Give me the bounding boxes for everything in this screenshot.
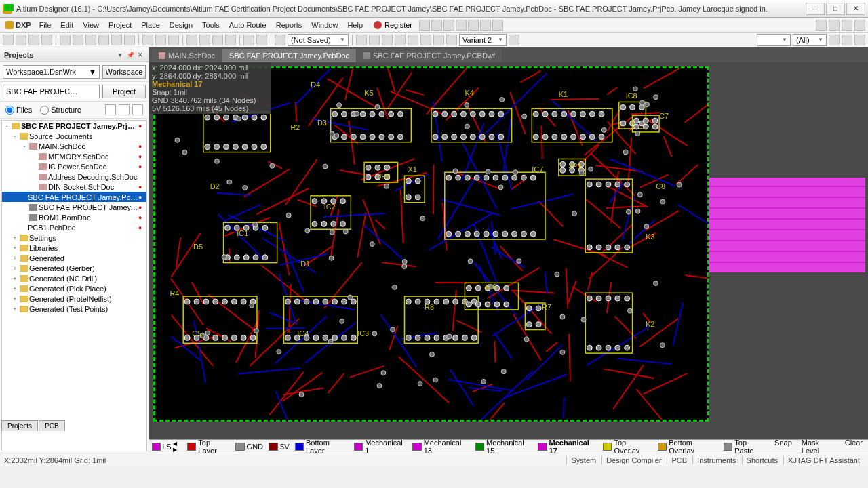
tool-icon[interactable] <box>419 20 430 30</box>
project-field[interactable]: SBC FAE PROJECT Jamey.PrjPcb <box>3 85 100 98</box>
panel-menu-icon[interactable]: ▾ <box>116 51 124 59</box>
move-icon[interactable] <box>199 35 210 45</box>
tool-icon[interactable] <box>395 35 406 45</box>
menu-file[interactable]: File <box>35 21 56 29</box>
forward-icon[interactable] <box>842 20 852 30</box>
status-panel-button[interactable]: Shortcuts <box>742 456 782 464</box>
tree-item[interactable]: +Generated (Test Points) <box>2 304 146 314</box>
tool-icon[interactable] <box>492 20 503 30</box>
layer-tab[interactable]: GND <box>235 443 263 451</box>
menu-reports[interactable]: Reports <box>272 21 307 29</box>
opts-icon[interactable] <box>132 104 143 115</box>
tool-icon[interactable] <box>60 35 71 45</box>
project-tree[interactable]: -SBC FAE PROJECT Jamey.PrjPcb●-Source Do… <box>1 120 147 451</box>
menu-view[interactable]: View <box>79 21 103 29</box>
tree-item[interactable]: +Settings <box>2 232 146 243</box>
pcb-canvas[interactable]: x: 2024.000 dx: 2024.000 mil y: 2864.000… <box>149 62 868 439</box>
refresh-icon[interactable] <box>105 104 116 115</box>
tool-icon[interactable] <box>420 35 431 45</box>
tree-item[interactable]: BOM1.BomDoc● <box>2 212 146 222</box>
paste-icon[interactable] <box>168 35 179 45</box>
menu-place[interactable]: Place <box>137 21 164 29</box>
panel-pin-icon[interactable]: 📌 <box>126 51 134 59</box>
sort-icon[interactable] <box>119 104 130 115</box>
status-panel-button[interactable]: System <box>566 456 600 464</box>
tool-icon[interactable] <box>468 20 479 30</box>
layer-tab[interactable]: Mechanical 15 <box>475 439 532 455</box>
layer-tab[interactable]: Mechanical 17 <box>538 439 597 455</box>
bottom-tab-projects[interactable]: Projects <box>1 420 38 431</box>
layer-tab[interactable]: Bottom Overlay <box>658 439 718 455</box>
tool-icon[interactable] <box>842 35 852 45</box>
layer-tab[interactable]: Top Paste <box>724 439 766 455</box>
tool-icon[interactable] <box>480 20 491 30</box>
tool-icon[interactable] <box>382 35 393 45</box>
menu-autoroute[interactable]: Auto Route <box>225 21 271 29</box>
tool-icon[interactable] <box>111 35 122 45</box>
nav-icon[interactable] <box>854 20 865 30</box>
layer-tab[interactable]: Mechanical 1 <box>354 439 408 455</box>
layer-bar-button[interactable]: Clear <box>842 439 865 455</box>
undo-icon[interactable] <box>243 35 254 45</box>
menu-window[interactable]: Window <box>307 21 342 29</box>
layer-tab[interactable]: Top Layer <box>187 439 230 455</box>
tree-item[interactable]: MEMORY.SchDoc● <box>2 151 146 161</box>
tree-item[interactable]: -Source Documents <box>2 131 146 141</box>
document-tab[interactable]: SBC FAE PROJECT Jamey.PcbDoc <box>222 49 356 62</box>
tool-icon[interactable] <box>509 35 519 45</box>
save-state-select[interactable]: (Not Saved)▼ <box>288 34 349 46</box>
cut-icon[interactable] <box>142 35 153 45</box>
tool-icon[interactable] <box>446 35 457 45</box>
layer-tab[interactable]: Mechanical 13 <box>412 439 469 455</box>
status-panel-button[interactable]: Design Compiler <box>601 456 665 464</box>
tree-item[interactable]: +Generated (Pick Place) <box>2 283 146 293</box>
tool-icon[interactable] <box>124 35 135 45</box>
tree-item[interactable]: -SBC FAE PROJECT Jamey.PrjPcb● <box>2 121 146 131</box>
tool-icon[interactable] <box>369 35 380 45</box>
all-select[interactable]: (All)▼ <box>793 34 827 46</box>
tree-item[interactable]: +Libraries <box>2 243 146 253</box>
redo-icon[interactable] <box>256 35 267 45</box>
menu-help[interactable]: Help <box>343 21 367 29</box>
tool-icon[interactable] <box>73 35 83 45</box>
filter-select[interactable]: ▼ <box>757 34 791 46</box>
menu-design[interactable]: Design <box>165 21 197 29</box>
tool-icon[interactable] <box>443 20 454 30</box>
tool-icon[interactable] <box>456 20 467 30</box>
dxp-menu[interactable]: DXP <box>3 21 34 29</box>
tool-icon[interactable] <box>225 35 236 45</box>
new-icon[interactable] <box>3 35 14 45</box>
layer-bar-button[interactable]: Mask Level <box>799 439 838 455</box>
structure-radio[interactable]: Structure <box>40 106 81 115</box>
tree-item[interactable]: IC Power.SchDoc● <box>2 161 146 171</box>
status-panel-button[interactable]: XJTAG DFT Assistant <box>783 456 864 464</box>
back-icon[interactable] <box>829 20 840 30</box>
tree-item[interactable]: +Generated <box>2 253 146 263</box>
tool-icon[interactable] <box>356 35 367 45</box>
mechanical-layer-object[interactable] <box>709 178 865 272</box>
tool-icon[interactable] <box>829 35 840 45</box>
document-tab[interactable]: SBC FAE PROJECT Jamey.PCBDwf <box>357 49 502 62</box>
register-link[interactable]: Register <box>374 21 412 29</box>
layer-bar-button[interactable]: Snap <box>772 439 795 455</box>
project-button[interactable]: Project <box>102 85 146 98</box>
layer-tab[interactable]: Bottom Layer <box>295 439 349 455</box>
workspace-button[interactable]: Workspace <box>102 65 146 79</box>
menu-edit[interactable]: Edit <box>56 21 77 29</box>
variant-select[interactable]: Variant 2▼ <box>459 34 507 46</box>
tree-item[interactable]: SBC FAE PROJECT Jamey.PcbDoc● <box>2 192 146 202</box>
tree-item[interactable]: SBC FAE PROJECT Jamey.PCBDwf● <box>2 202 146 212</box>
panel-close-icon[interactable]: ✕ <box>136 51 144 59</box>
tree-item[interactable]: DIN Socket.SchDoc● <box>2 182 146 192</box>
open-icon[interactable] <box>16 35 26 45</box>
tree-item[interactable]: +Generated (Gerber) <box>2 263 146 273</box>
tool-icon[interactable] <box>854 35 865 45</box>
layer-tab[interactable]: 5V <box>269 443 289 451</box>
save-icon[interactable] <box>28 35 39 45</box>
print-icon[interactable] <box>41 35 52 45</box>
tool-icon[interactable] <box>433 35 444 45</box>
status-panel-button[interactable]: PCB <box>667 456 691 464</box>
document-tab[interactable]: MAIN.SchDoc <box>152 49 222 62</box>
workspace-select[interactable]: Workspace1.DsnWrk▼ <box>3 65 100 79</box>
close-button[interactable]: ✕ <box>846 3 865 15</box>
